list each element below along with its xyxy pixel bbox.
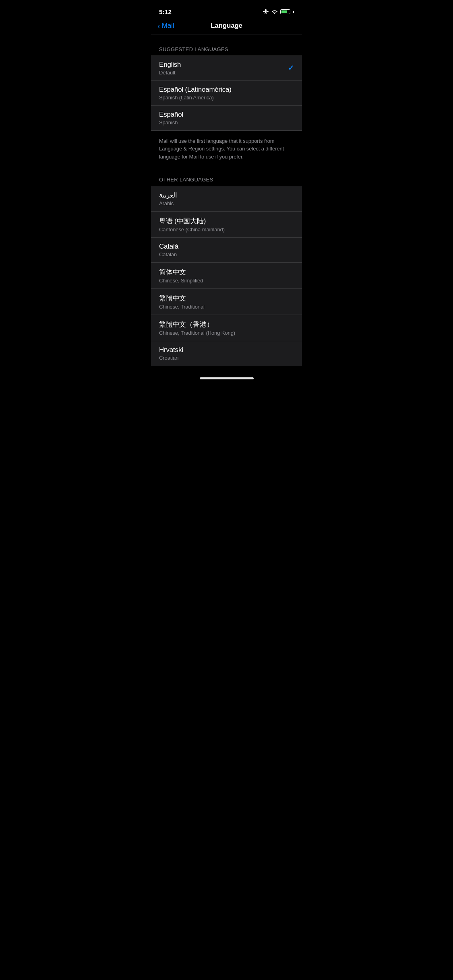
language-item-chinese-traditional-hk-content: 繁體中文（香港） Chinese, Traditional (Hong Kong… [159, 320, 235, 336]
language-item-chinese-simplified-title: 简体中文 [159, 268, 203, 277]
language-item-english-content: English Default [159, 61, 181, 76]
page-title: Language [211, 22, 242, 30]
language-item-chinese-traditional-hk-title: 繁體中文（香港） [159, 320, 235, 329]
other-languages-list: العربية Arabic 粤语 (中国大陆) Cantonese (Chin… [151, 186, 302, 366]
language-item-spanish-la-subtitle: Spanish (Latin America) [159, 95, 232, 101]
airplane-icon [263, 9, 269, 14]
language-item-cantonese-title: 粤语 (中国大陆) [159, 216, 225, 226]
language-item-chinese-simplified-content: 简体中文 Chinese, Simplified [159, 268, 203, 284]
language-item-arabic-title: العربية [159, 191, 177, 200]
language-item-cantonese-content: 粤语 (中国大陆) Cantonese (China mainland) [159, 216, 225, 233]
language-item-spanish[interactable]: Español Spanish [151, 106, 302, 130]
other-languages-header: OTHER LANGUAGES [151, 169, 302, 186]
description-block: Mail will use the first language that it… [151, 131, 302, 169]
language-item-catalan-title: Català [159, 243, 178, 251]
language-item-chinese-traditional[interactable]: 繁體中文 Chinese, Traditional [151, 289, 302, 315]
language-item-spanish-content: Español Spanish [159, 111, 183, 126]
nav-bar: ‹ Mail Language [151, 18, 302, 35]
back-button[interactable]: ‹ Mail [157, 22, 174, 30]
battery-tip [293, 11, 294, 13]
content: SUGGESTED LANGUAGES English Default ✓ Es… [151, 35, 302, 366]
language-item-catalan[interactable]: Català Catalan [151, 238, 302, 263]
language-item-croatian-content: Hrvatski Croatian [159, 346, 183, 361]
status-bar: 5:12 [151, 0, 302, 18]
suggested-languages-header: SUGGESTED LANGUAGES [151, 46, 302, 56]
language-item-english-subtitle: Default [159, 70, 181, 76]
language-item-chinese-traditional-subtitle: Chinese, Traditional [159, 304, 205, 310]
language-item-spanish-la-content: Español (Latinoamérica) Spanish (Latin A… [159, 86, 232, 101]
language-item-chinese-traditional-hk[interactable]: 繁體中文（香港） Chinese, Traditional (Hong Kong… [151, 315, 302, 341]
language-item-chinese-simplified[interactable]: 简体中文 Chinese, Simplified [151, 263, 302, 289]
language-item-croatian-subtitle: Croatian [159, 355, 183, 361]
chevron-left-icon: ‹ [157, 22, 160, 30]
checkmark-icon: ✓ [288, 64, 294, 72]
language-item-chinese-traditional-content: 繁體中文 Chinese, Traditional [159, 294, 205, 310]
wifi-icon [271, 9, 278, 14]
language-item-spanish-subtitle: Spanish [159, 119, 183, 126]
battery-icon [280, 9, 290, 14]
language-item-cantonese[interactable]: 粤语 (中国大陆) Cantonese (China mainland) [151, 212, 302, 238]
language-item-catalan-subtitle: Catalan [159, 251, 178, 257]
description-text: Mail will use the first language that it… [159, 137, 294, 161]
language-item-croatian-title: Hrvatski [159, 346, 183, 354]
home-bar [200, 377, 254, 379]
suggested-languages-list: English Default ✓ Español (Latinoamérica… [151, 56, 302, 131]
language-item-arabic[interactable]: العربية Arabic [151, 186, 302, 212]
language-item-catalan-content: Català Catalan [159, 243, 178, 257]
language-item-chinese-traditional-title: 繁體中文 [159, 294, 205, 303]
language-item-english-title: English [159, 61, 181, 69]
language-item-english[interactable]: English Default ✓ [151, 56, 302, 81]
status-icons [263, 9, 294, 14]
language-item-arabic-content: العربية Arabic [159, 191, 177, 206]
language-item-arabic-subtitle: Arabic [159, 200, 177, 206]
language-item-spanish-la-title: Español (Latinoamérica) [159, 86, 232, 94]
home-indicator [151, 374, 302, 383]
language-item-chinese-simplified-subtitle: Chinese, Simplified [159, 278, 203, 284]
language-item-spanish-la[interactable]: Español (Latinoamérica) Spanish (Latin A… [151, 81, 302, 106]
language-item-chinese-traditional-hk-subtitle: Chinese, Traditional (Hong Kong) [159, 330, 235, 336]
status-time: 5:12 [159, 8, 172, 15]
language-item-cantonese-subtitle: Cantonese (China mainland) [159, 226, 225, 233]
back-label: Mail [162, 22, 174, 30]
language-item-croatian[interactable]: Hrvatski Croatian [151, 341, 302, 366]
language-item-spanish-title: Español [159, 111, 183, 119]
